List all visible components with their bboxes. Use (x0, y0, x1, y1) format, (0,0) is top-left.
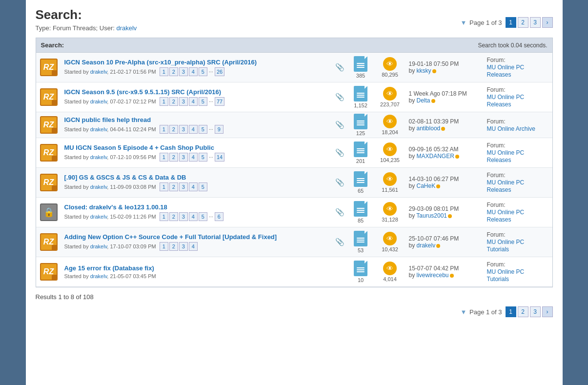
thread-page-link[interactable]: 1 (160, 212, 168, 221)
thread-page-link[interactable]: 4 (189, 182, 198, 191)
thread-page-link[interactable]: 3 (179, 212, 188, 221)
bottom-page-btn-1[interactable]: 1 (506, 306, 516, 317)
thread-title-link[interactable]: IGCN Season 9.5 (src-x9.5 9.5.1.15) SRC … (64, 88, 222, 96)
page-btn-1[interactable]: 1 (506, 17, 516, 28)
thread-page-link[interactable]: 5 (199, 153, 207, 162)
thread-page-link[interactable]: 26 (215, 67, 224, 76)
thread-page-link[interactable]: 1 (160, 67, 168, 76)
thread-page-link[interactable]: 4 (189, 67, 198, 76)
last-poster-link[interactable]: livewirecebu (417, 272, 449, 279)
bottom-page-btn-2[interactable]: 2 (518, 306, 528, 317)
forum-line1-link[interactable]: MU Online PC (487, 209, 525, 216)
search-header: Search: Search took 0.04 seconds. (36, 38, 553, 52)
forum-line2-link[interactable]: Releases (487, 186, 511, 193)
forum-line2-link[interactable]: Releases (487, 101, 511, 108)
page-next-btn[interactable]: › (542, 17, 553, 28)
forum-line1-link[interactable]: MU Online PC (487, 239, 525, 245)
page-btn-2[interactable]: 2 (518, 17, 528, 28)
thread-page-link[interactable]: 1 (160, 153, 168, 162)
forum-line1-link[interactable]: MU Online PC (487, 64, 525, 71)
last-poster-link[interactable]: Taurus2001 (416, 212, 447, 219)
thread-page-link[interactable]: 5 (199, 97, 207, 106)
last-poster-link[interactable]: kksky (417, 67, 431, 74)
last-poster-link[interactable]: antiblood (417, 125, 441, 132)
thread-page-link[interactable]: 6 (215, 212, 223, 221)
thread-page-link[interactable]: 1 (160, 242, 168, 251)
thread-author-link[interactable]: drakelv (90, 154, 107, 160)
bottom-page-btn-3[interactable]: 3 (530, 306, 541, 317)
thread-page-link[interactable]: 2 (169, 212, 178, 221)
thread-page-link[interactable]: 2 (169, 242, 178, 251)
forum-line1-link[interactable]: MU Online PC (487, 268, 525, 275)
thread-page-link[interactable]: 2 (169, 125, 178, 134)
forum-line1-link[interactable]: MU Online Archive (487, 125, 535, 132)
thread-author-link[interactable]: drakelv (90, 69, 107, 75)
replies-cell: 125 (347, 112, 374, 138)
forum-line1-link[interactable]: MU Online PC (487, 179, 525, 186)
thread-icon-cell: RZ (36, 53, 61, 82)
bottom-page-next-btn[interactable]: › (542, 306, 553, 317)
thread-title-link[interactable]: Age 15 error fix (Database fix) (64, 264, 154, 272)
thread-page-link[interactable]: 3 (179, 242, 188, 251)
thread-page-link[interactable]: 4 (189, 242, 198, 251)
thread-title: [.90] GS & GSCS & JS & CS & Data & DB (64, 174, 330, 181)
thread-page-link[interactable]: 2 (169, 97, 178, 106)
thread-page-link[interactable]: 77 (215, 97, 224, 106)
thread-author-link[interactable]: drakelv (90, 243, 107, 249)
thread-page-link[interactable]: 14 (215, 153, 224, 162)
views-cell: 👁 18,204 (374, 112, 406, 138)
user-link[interactable]: drakelv (116, 24, 137, 32)
thread-page-link[interactable]: 9 (215, 125, 223, 134)
thread-page-link[interactable]: 3 (179, 182, 188, 191)
last-poster-link[interactable]: drakelv (417, 242, 436, 249)
forum-link-container: MU Online PC Releases (487, 93, 549, 108)
thread-title-link[interactable]: [.90] GS & GSCS & JS & CS & Data & DB (64, 174, 186, 181)
thread-title-link[interactable]: Adding New Option C++ Source Code + Full… (64, 233, 277, 241)
thread-page-link[interactable]: 4 (189, 212, 198, 221)
thread-page-link[interactable]: 3 (179, 97, 188, 106)
page-btn-3[interactable]: 3 (530, 17, 541, 28)
forum-label: Forum: (487, 86, 549, 93)
thread-title-link[interactable]: IGCN Season 10 Pre-Alpha (src-x10_pre-al… (64, 59, 257, 66)
forum-line2-link[interactable]: Releases (487, 216, 511, 223)
thread-author-link[interactable]: drakelv (90, 99, 107, 104)
thread-title-link[interactable]: IGCN public files help thread (64, 116, 151, 123)
thread-page-link[interactable]: 1 (160, 182, 168, 191)
thread-author-link[interactable]: drakelv (90, 214, 107, 220)
thread-page-link[interactable]: 2 (169, 153, 178, 162)
thread-title-link[interactable]: Closed: drakelv's & leo123 1.00.18 (64, 203, 167, 211)
thread-page-link[interactable]: 4 (189, 97, 198, 106)
thread-page-link[interactable]: 4 (189, 125, 198, 134)
thread-page-link[interactable]: 3 (179, 67, 188, 76)
search-time: Search took 0.04 seconds. (478, 42, 547, 49)
eye-icon: 👁 (383, 57, 397, 71)
thread-page-link[interactable]: 3 (179, 153, 188, 162)
thread-author-link[interactable]: drakelv (90, 184, 107, 190)
table-row: RZ IGCN Season 9.5 (src-x9.5 9.5.1.15) S… (36, 82, 552, 112)
thread-page-link[interactable]: 1 (160, 97, 168, 106)
forum-label: Forum: (487, 118, 549, 125)
thread-page-link[interactable]: 5 (199, 212, 207, 221)
thread-icon-lock: 🔒 (40, 203, 58, 221)
replies-stat: 53 (347, 231, 374, 253)
thread-page-link[interactable]: 3 (179, 125, 188, 134)
forum-line2-link[interactable]: Tutorials (487, 246, 509, 253)
forum-line2-link[interactable]: Releases (487, 71, 511, 78)
last-poster-link[interactable]: Delta (417, 97, 430, 104)
forum-line1-link[interactable]: MU Online PC (487, 149, 525, 156)
thread-page-link[interactable]: 2 (169, 182, 178, 191)
last-poster-link[interactable]: CaHeK (417, 182, 436, 189)
forum-line2-link[interactable]: Tutorials (487, 276, 509, 283)
last-poster-link[interactable]: MAXDANGER (417, 153, 454, 160)
forum-line1-link[interactable]: MU Online PC (487, 94, 525, 101)
thread-page-link[interactable]: 5 (199, 125, 207, 134)
thread-author-link[interactable]: drakelv (90, 273, 107, 279)
thread-page-link[interactable]: 5 (199, 67, 207, 76)
forum-line2-link[interactable]: Releases (487, 157, 511, 163)
thread-author-link[interactable]: drakelv (90, 126, 107, 132)
thread-page-link[interactable]: 4 (189, 153, 198, 162)
thread-page-link[interactable]: 2 (169, 67, 178, 76)
thread-title-link[interactable]: MU IGCN Season 5 Episode 4 + Cash Shop P… (64, 144, 214, 151)
thread-page-link[interactable]: 1 (160, 125, 168, 134)
thread-page-link[interactable]: 5 (199, 182, 207, 191)
